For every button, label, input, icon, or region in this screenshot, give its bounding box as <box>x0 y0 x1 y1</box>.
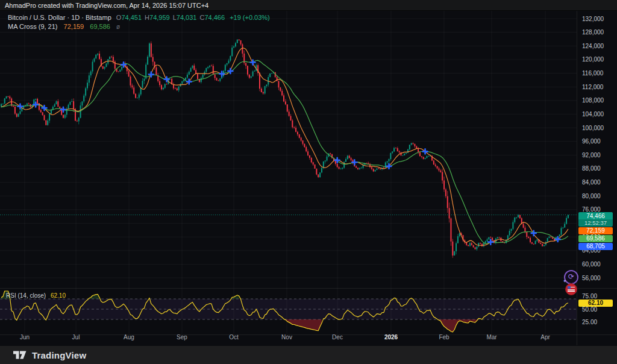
price-axis-label: 124,000 <box>582 43 604 49</box>
price-axis-label: 132,000 <box>582 16 604 22</box>
ohlc-value: 74,031 <box>177 14 197 21</box>
ohlc-letter: H <box>145 14 149 21</box>
time-axis-label: Aug <box>124 333 134 341</box>
price-axis-label: 120,000 <box>582 56 604 63</box>
circular-arrow-icon: ⟳ <box>568 272 574 281</box>
time-axis-label: Jul <box>72 333 80 341</box>
indicator-options-icon[interactable]: ø <box>116 24 120 30</box>
rsi-value-badge: 62.10 <box>578 300 613 307</box>
price-axis-label: 92,000 <box>582 152 601 158</box>
ohlc-value: 74,451 <box>121 14 142 21</box>
chart-legend: Bitcoin / U.S. Dollar · 1D · Bitstamp O7… <box>8 13 270 31</box>
indicator-slow-value: 69,586 <box>90 23 110 30</box>
price-axis-label: 128,000 <box>582 29 604 36</box>
attribution-text: AhmadPro created with TradingView.com, A… <box>5 2 208 9</box>
rsi-legend[interactable]: RSI (14, close) 62.10 <box>6 292 66 300</box>
price-axis-label: 96,000 <box>582 138 601 145</box>
time-axis-label: Feb <box>439 333 449 341</box>
attribution-bar: AhmadPro created with TradingView.com, A… <box>0 0 617 11</box>
price-axis-label: 116,000 <box>582 70 603 77</box>
indicator-legend-row[interactable]: MA Cross (9, 21) 72,159 69,586 ø <box>8 22 270 31</box>
rsi-indicator-title[interactable]: RSI (14, close) <box>6 292 46 299</box>
price-axis-label: 56,000 <box>582 275 601 281</box>
symbol-title[interactable]: Bitcoin / U.S. Dollar · 1D · Bitstamp <box>8 14 111 21</box>
tradingview-snapshot: AhmadPro created with TradingView.com, A… <box>0 0 617 364</box>
footer-bar: TradingView <box>0 346 617 364</box>
change-value: +19 (+0.03%) <box>230 14 270 21</box>
ma-fast-badge: 72,159 <box>578 227 613 234</box>
tradingview-wordmark: TradingView <box>32 350 86 360</box>
us-economic-event-icon[interactable] <box>565 283 577 295</box>
rsi-axis-label: 50.00 <box>582 306 597 313</box>
rsi-indicator-value: 62.10 <box>51 292 66 299</box>
ma-cross-badge: 68,705 <box>578 243 613 250</box>
time-axis-label: Mar <box>486 333 496 341</box>
time-axis-label: Oct <box>229 333 239 341</box>
ohlc-values: O74,451H74,959L74,031C74,466 <box>113 14 225 21</box>
ma-slow-badge: 69,586 <box>578 235 613 242</box>
time-axis-label: Dec <box>332 333 343 341</box>
time-axis-label: Sep <box>177 333 187 341</box>
price-axis-label: 80,000 <box>582 193 601 199</box>
time-axis-label: Apr <box>540 333 550 341</box>
main-chart-canvas[interactable] <box>0 0 617 346</box>
price-axis-label: 88,000 <box>582 165 601 172</box>
rsi-axis-label: 25.00 <box>582 319 597 325</box>
current-price-badge: 74,466 12:52:37 <box>578 212 613 227</box>
current-price-value: 74,466 <box>578 213 613 219</box>
rsi-axis-label: 75.00 <box>582 293 597 300</box>
price-axis-label: 112,000 <box>582 84 603 90</box>
price-axis-label: 60,000 <box>582 261 601 268</box>
time-axis-label: 2026 <box>384 333 398 341</box>
time-axis-label: Nov <box>281 333 292 341</box>
price-axis-label: 84,000 <box>582 179 601 186</box>
price-axis-label: 108,000 <box>582 97 604 104</box>
ohlc-value: 74,466 <box>204 14 225 21</box>
price-axis-label: 100,000 <box>582 125 604 131</box>
indicator-fast-value: 72,159 <box>64 23 84 30</box>
time-axis-label: Jun <box>20 333 30 341</box>
symbol-legend-row[interactable]: Bitcoin / U.S. Dollar · 1D · Bitstamp O7… <box>8 13 270 22</box>
ohlc-value: 74,959 <box>149 14 170 21</box>
tradingview-logo-icon <box>13 350 27 360</box>
indicator-title[interactable]: MA Cross (9, 21) <box>8 23 58 30</box>
replay-event-icon[interactable]: ⟳ ✦ <box>564 270 578 284</box>
bar-countdown: 12:52:37 <box>578 219 613 226</box>
price-axis-label: 104,000 <box>582 111 604 118</box>
